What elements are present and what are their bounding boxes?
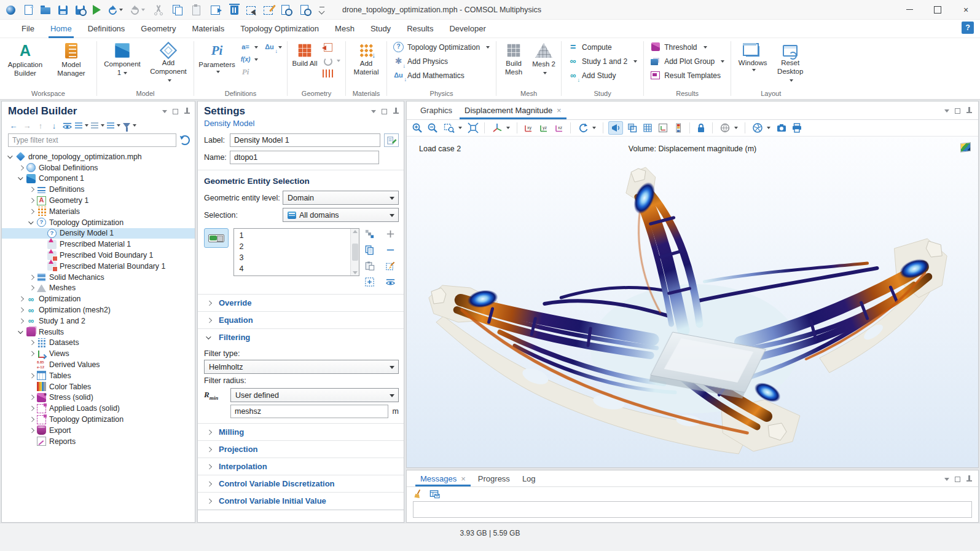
paste-icon[interactable]	[191, 4, 202, 15]
tab-geometry[interactable]: Geometry	[133, 20, 184, 38]
panel-menu-icon[interactable]	[944, 109, 949, 113]
undo-button[interactable]	[109, 5, 123, 15]
chevron-right-icon[interactable]	[28, 393, 36, 402]
save-icon[interactable]	[58, 6, 68, 15]
variables-button[interactable]	[238, 41, 260, 53]
threshold-button[interactable]: Threshold	[647, 40, 710, 54]
copy-icon[interactable]	[172, 4, 183, 15]
model-manager-button[interactable]: Model Manager	[49, 40, 93, 78]
filter-radius-input[interactable]	[230, 405, 388, 418]
section-milling[interactable]: Milling	[198, 423, 404, 440]
application-builder-button[interactable]: Application Builder	[3, 40, 47, 78]
rebuild-button[interactable]	[321, 54, 342, 67]
move-up-icon[interactable]: ↑	[35, 120, 46, 131]
collapse-all-button[interactable]	[75, 120, 88, 131]
tree-item-datasets[interactable]: Datasets	[2, 338, 195, 349]
add-to-selection-icon[interactable]	[385, 229, 396, 239]
search-settings-icon[interactable]	[300, 4, 311, 15]
expand-all-button[interactable]	[91, 120, 104, 131]
filter-radius-select[interactable]: User defined	[230, 388, 399, 402]
duplicate-icon[interactable]	[210, 4, 221, 15]
float-panel-icon[interactable]	[955, 108, 960, 114]
tab-graphics-window[interactable]: Graphics	[414, 101, 458, 119]
graphics-canvas[interactable]: Load case 2 Volume: Displacement magnitu…	[407, 137, 978, 467]
environment-button[interactable]	[718, 122, 739, 134]
result-templates-button[interactable]: Result Templates	[647, 68, 724, 82]
rename-button[interactable]	[384, 133, 399, 147]
study-1-and-2-button[interactable]: Study 1 and 2	[565, 54, 640, 68]
section-control-variable-initial-value[interactable]: Control Variable Initial Value	[198, 492, 404, 509]
section-override[interactable]: Override	[198, 294, 404, 311]
color-legend-icon[interactable]	[673, 122, 684, 133]
section-control-variable-discretization[interactable]: Control Variable Discretization	[198, 475, 404, 492]
grid-icon[interactable]	[642, 122, 653, 133]
chevron-down-icon[interactable]	[28, 218, 36, 227]
tab-displacement-magnitude[interactable]: Displacement Magnitude×	[458, 101, 568, 119]
message-settings-icon[interactable]	[429, 489, 440, 499]
tab-materials[interactable]: Materials	[184, 20, 232, 38]
tree-item-global-definitions[interactable]: Global Definitions	[2, 162, 195, 173]
color-cube-icon[interactable]	[960, 142, 971, 153]
tree-item-density-model-1[interactable]: Density Model 1	[2, 228, 195, 239]
run-icon[interactable]	[93, 5, 101, 15]
paste-selection-icon[interactable]	[364, 261, 375, 271]
add-component-button[interactable]: Add Component	[146, 40, 190, 84]
chevron-right-icon[interactable]	[28, 404, 36, 413]
axis-orientation-icon[interactable]	[657, 122, 668, 133]
tab-definitions[interactable]: Definitions	[80, 20, 133, 38]
selection-item[interactable]: 1	[234, 230, 350, 241]
save-search-icon[interactable]	[76, 6, 85, 15]
tab-home[interactable]: Home	[42, 20, 80, 38]
remove-details-button[interactable]	[321, 68, 342, 78]
tree-item-topology-optimization[interactable]: Topology Optimization	[2, 217, 195, 228]
tree-item-stress-solid[interactable]: Stress (solid)	[2, 392, 195, 403]
zoom-extents-icon[interactable]	[468, 122, 479, 133]
customize-quick-access-icon[interactable]	[319, 8, 325, 14]
chevron-right-icon[interactable]	[28, 185, 36, 194]
panel-menu-icon[interactable]	[944, 478, 949, 481]
chevron-right-icon[interactable]	[28, 426, 36, 435]
filter-tree-button[interactable]	[123, 120, 136, 131]
view-xz-icon[interactable]	[554, 122, 565, 133]
chevron-right-icon[interactable]	[17, 164, 26, 172]
tree-item-color-tables[interactable]: Color Tables	[2, 381, 195, 392]
mesh-2-button[interactable]: Mesh 2	[530, 40, 558, 77]
panel-menu-icon[interactable]	[162, 110, 167, 113]
tree-item-solid-mechanics[interactable]: Solid Mechanics	[2, 272, 195, 283]
show-icon[interactable]	[62, 121, 73, 131]
tree-item-definitions[interactable]: Definitions	[2, 184, 195, 195]
chevron-down-icon[interactable]	[17, 328, 26, 336]
tree-item-root[interactable]: drone_topology_optimization.mph	[2, 151, 195, 162]
find-icon[interactable]	[281, 4, 292, 15]
snapshot-icon[interactable]	[776, 122, 787, 133]
delete-icon[interactable]	[230, 6, 238, 15]
tree-item-applied-loads-solid[interactable]: Applied Loads (solid)	[2, 403, 195, 414]
cut-icon[interactable]	[153, 4, 164, 15]
tree-item-export[interactable]: Export	[2, 425, 195, 436]
chevron-right-icon[interactable]	[28, 283, 36, 292]
compute-button[interactable]: Compute	[565, 40, 615, 54]
tree-item-prescribed-material-1[interactable]: Prescribed Material 1	[2, 239, 195, 250]
tree-item-materials[interactable]: Materials	[2, 206, 195, 217]
tree-item-optimization[interactable]: Optimization	[2, 293, 195, 304]
pin-panel-icon[interactable]	[184, 108, 190, 115]
view-xy-icon[interactable]	[523, 122, 534, 133]
tree-item-meshes[interactable]: Meshes	[2, 283, 195, 294]
zoom-out-icon[interactable]	[427, 122, 438, 133]
new-file-icon[interactable]	[25, 5, 33, 15]
add-material-button[interactable]: Add Material	[349, 40, 383, 77]
selection-item[interactable]: 4	[234, 263, 350, 274]
selection-item[interactable]: 3	[234, 252, 350, 263]
close-button[interactable]: ×	[952, 0, 980, 20]
section-filtering[interactable]: Filtering	[198, 328, 404, 346]
parameters-button[interactable]: Parameters	[197, 40, 237, 73]
pin-panel-icon[interactable]	[393, 108, 399, 115]
forward-icon[interactable]: →	[22, 120, 33, 131]
import-geometry-button[interactable]	[321, 41, 342, 54]
tree-item-optimization-mesh2[interactable]: Optimization (mesh2)	[2, 304, 195, 315]
copy-selection-icon[interactable]	[364, 245, 375, 255]
back-icon[interactable]: ←	[8, 120, 19, 131]
chevron-right-icon[interactable]	[28, 273, 36, 282]
tab-messages[interactable]: Messages×	[414, 470, 472, 486]
windows-button[interactable]: Windows	[734, 40, 771, 71]
